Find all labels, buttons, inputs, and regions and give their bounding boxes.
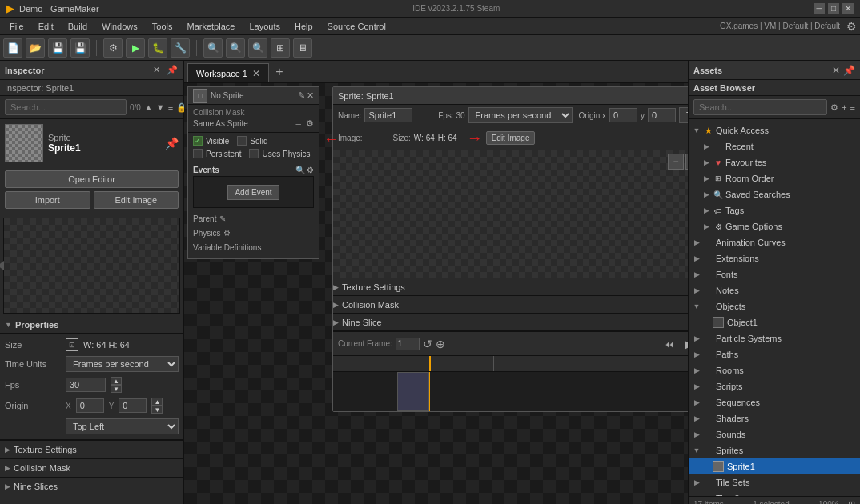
tree-item-scripts[interactable]: ▶ Scripts xyxy=(689,378,860,394)
add-workspace-button[interactable]: + xyxy=(271,63,288,81)
uses-physics-checkbox[interactable] xyxy=(249,149,259,158)
object-inspector-close-button[interactable]: ✕ xyxy=(307,90,314,101)
zoom-in-button[interactable]: 🔍 xyxy=(203,38,223,58)
assets-pin-button[interactable]: 📌 xyxy=(843,65,855,76)
fps-select[interactable]: Frames per second xyxy=(468,107,573,123)
tree-item-sprites[interactable]: ▼ Sprites xyxy=(689,442,860,458)
tree-item-shaders[interactable]: ▶ Shaders xyxy=(689,410,860,426)
add-event-button[interactable]: Add Event xyxy=(227,185,279,200)
physics-settings-button[interactable]: ⚙ xyxy=(223,229,231,238)
play-button[interactable]: ▶ xyxy=(681,336,688,352)
workspace-tab-1[interactable]: Workspace 1 ✕ xyxy=(187,63,269,82)
fps-input[interactable] xyxy=(66,378,106,392)
edit-pencil-button[interactable]: ✎ xyxy=(298,90,305,101)
nine-slice-item[interactable]: ▶ Nine Slice xyxy=(333,314,688,331)
maximize-button[interactable]: □ xyxy=(828,3,839,14)
collision-mask-header[interactable]: ▶ Collision Mask xyxy=(0,459,183,477)
assets-close-button[interactable]: ✕ xyxy=(832,65,840,76)
monitor-button[interactable]: 🖥 xyxy=(293,38,312,58)
tree-item-tile-sets[interactable]: ▶ Tile Sets xyxy=(689,474,860,490)
assets-add-filter-button[interactable]: + xyxy=(842,102,846,112)
texture-settings-item[interactable]: ▶ Texture Settings xyxy=(333,278,688,296)
run-button[interactable]: ▶ xyxy=(126,38,145,58)
add-frame-icon-button[interactable]: ⊕ xyxy=(436,338,445,350)
sprite-pin-button[interactable]: 📌 xyxy=(165,137,179,150)
save-all-button[interactable]: 💾 xyxy=(70,38,90,58)
same-as-sprite-settings-button[interactable]: ⚙ xyxy=(306,118,314,129)
menu-source-control[interactable]: Source Control xyxy=(321,20,392,33)
zoom-in-sprite-button[interactable]: + xyxy=(685,154,688,170)
assets-search-settings-button[interactable]: ⚙ xyxy=(830,102,838,113)
tree-item-sequences[interactable]: ▶ Sequences xyxy=(689,394,860,410)
tree-item-paths[interactable]: ▶ Paths xyxy=(689,346,860,362)
se-name-input[interactable] xyxy=(364,108,412,122)
workspace-tab-close[interactable]: ✕ xyxy=(252,68,260,79)
close-button[interactable]: ✕ xyxy=(842,3,854,14)
timeline-track[interactable] xyxy=(333,372,688,411)
zoom-out-button[interactable]: 🔍 xyxy=(226,38,245,58)
step-back-button[interactable]: ⏮ xyxy=(661,336,677,352)
clean-button[interactable]: 🔧 xyxy=(171,38,190,58)
tree-item-recent[interactable]: ▶ Recent xyxy=(689,138,860,154)
fps-down-button[interactable]: ▼ xyxy=(111,385,122,393)
inspector-close-button[interactable]: ✕ xyxy=(150,64,163,77)
tree-item-saved-searches[interactable]: ▶ 🔍 Saved Searches xyxy=(689,186,860,202)
zoom-fit-button[interactable]: ⊞ xyxy=(271,38,290,58)
parent-edit-button[interactable]: ✎ xyxy=(219,214,226,223)
origin-down-button[interactable]: ▼ xyxy=(151,406,163,414)
new-button[interactable]: 📄 xyxy=(3,38,22,58)
tree-item-notes[interactable]: ▶ Notes xyxy=(689,282,860,298)
import-button[interactable]: Import xyxy=(5,191,90,209)
se-origin-y-input[interactable] xyxy=(648,108,676,122)
preferences-button[interactable]: ⚙ xyxy=(103,38,123,58)
origin-y-input[interactable] xyxy=(119,398,147,413)
menu-help[interactable]: Help xyxy=(288,20,319,33)
menu-edit[interactable]: Edit xyxy=(32,20,60,33)
origin-preset-select[interactable]: Top Left xyxy=(66,418,179,434)
se-edit-image-button[interactable]: Edit Image xyxy=(486,131,536,145)
menu-file[interactable]: File xyxy=(3,20,30,33)
tree-item-sprite1[interactable]: Sprite1 xyxy=(689,458,860,474)
search-up-button[interactable]: ▲ xyxy=(144,102,153,112)
menu-marketplace[interactable]: Marketplace xyxy=(180,20,241,33)
tree-item-room-order[interactable]: ▶ ⊞ Room Order xyxy=(689,170,860,186)
settings-icon[interactable]: ⚙ xyxy=(846,20,857,33)
solid-checkbox[interactable] xyxy=(237,136,247,146)
texture-settings-header[interactable]: ▶ Texture Settings xyxy=(0,441,183,458)
window-controls[interactable]: ─ □ ✕ xyxy=(814,3,854,14)
inspector-search-input[interactable] xyxy=(5,99,127,115)
tree-item-sounds[interactable]: ▶ Sounds xyxy=(689,426,860,442)
events-search-button[interactable]: 🔍 xyxy=(295,166,305,174)
assets-list-view-button[interactable]: ≡ xyxy=(850,102,855,112)
minimize-button[interactable]: ─ xyxy=(814,3,825,14)
tree-item-fonts[interactable]: ▶ Fonts xyxy=(689,266,860,282)
inspector-pin-button[interactable]: 📌 xyxy=(166,64,179,77)
edit-image-button[interactable]: Edit Image xyxy=(94,191,179,209)
zoom-reset-button[interactable]: 🔍 xyxy=(248,38,267,58)
search-down-button[interactable]: ▼ xyxy=(156,102,165,112)
fps-up-button[interactable]: ▲ xyxy=(111,377,122,385)
tree-item-game-options[interactable]: ▶ ⚙ Game Options xyxy=(689,218,860,234)
tree-item-timelines[interactable]: ▶ Timelines xyxy=(689,490,860,496)
visible-checkbox[interactable]: ✓ xyxy=(193,136,203,146)
tree-item-favourites[interactable]: ▶ ♥ Favourites xyxy=(689,154,860,170)
current-frame-input[interactable] xyxy=(396,338,420,350)
tree-item-objects[interactable]: ▼ Objects xyxy=(689,298,860,314)
origin-x-input[interactable] xyxy=(76,398,104,413)
menu-build[interactable]: Build xyxy=(62,20,94,33)
tree-item-quick-access[interactable]: ▼ ★ Quick Access xyxy=(689,122,860,138)
debug-button[interactable]: 🐛 xyxy=(148,38,167,58)
menu-tools[interactable]: Tools xyxy=(146,20,179,33)
open-editor-button[interactable]: Open Editor xyxy=(5,170,179,188)
events-settings-button[interactable]: ⚙ xyxy=(307,166,314,174)
se-origin-x-input[interactable] xyxy=(609,108,637,122)
tree-item-extensions[interactable]: ▶ Extensions xyxy=(689,250,860,266)
assets-grid-view-button[interactable]: ⊞ xyxy=(848,499,855,504)
collision-mask-item[interactable]: ▶ Collision Mask xyxy=(333,296,688,314)
search-list-button[interactable]: ≡ xyxy=(168,102,173,112)
save-button[interactable]: 💾 xyxy=(48,38,67,58)
nine-slices-header[interactable]: ▶ Nine Slices xyxy=(0,478,183,495)
menu-windows[interactable]: Windows xyxy=(95,20,144,33)
time-units-select[interactable]: Frames per second xyxy=(66,356,179,372)
menu-layouts[interactable]: Layouts xyxy=(243,20,287,33)
